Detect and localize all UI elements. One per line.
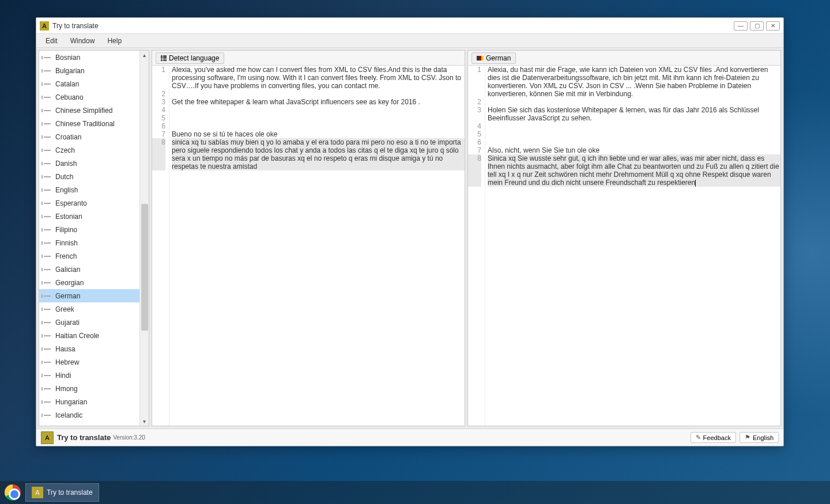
language-item-french[interactable]: French bbox=[39, 249, 149, 263]
language-item-hmong[interactable]: Hmong bbox=[39, 382, 149, 395]
sidebar-scrollbar[interactable]: ▴ ▾ bbox=[139, 51, 149, 426]
code-line[interactable] bbox=[488, 98, 780, 106]
app-icon: A bbox=[40, 21, 49, 31]
drag-handle-icon bbox=[44, 229, 51, 230]
language-label: Esperanto bbox=[55, 199, 87, 207]
language-item-haitian-creole[interactable]: Haitian Creole bbox=[39, 329, 149, 342]
menu-window[interactable]: Window bbox=[65, 36, 101, 46]
close-button[interactable]: ✕ bbox=[766, 21, 780, 31]
language-item-greek[interactable]: Greek bbox=[39, 302, 149, 316]
drag-handle-icon bbox=[44, 256, 51, 257]
language-item-hindi[interactable]: Hindi bbox=[39, 369, 149, 382]
status-title: Try to translate bbox=[57, 433, 111, 442]
language-label: Cebuano bbox=[55, 93, 84, 101]
detect-language-tag[interactable]: Detect language bbox=[156, 52, 224, 64]
language-item-croatian[interactable]: Croatian bbox=[39, 130, 149, 143]
language-item-hebrew[interactable]: Hebrew bbox=[39, 355, 149, 369]
language-item-english[interactable]: English bbox=[39, 183, 149, 196]
gutter-line bbox=[152, 74, 165, 82]
code-line[interactable]: Get the free whitepaper & learn what Jav… bbox=[172, 98, 465, 106]
drag-handle-icon bbox=[44, 216, 51, 217]
code-line[interactable]: Also, nicht, wenn Sie Sie tun ole oke bbox=[488, 146, 780, 154]
drag-handle-icon bbox=[44, 295, 51, 297]
code-line[interactable]: Alexia, you've asked me how can I conver… bbox=[172, 66, 465, 90]
gutter-line bbox=[468, 114, 481, 122]
drag-handle-icon bbox=[44, 348, 51, 350]
language-item-estonian[interactable]: Estonian bbox=[39, 210, 149, 223]
gutter-line bbox=[468, 170, 481, 179]
language-item-esperanto[interactable]: Esperanto bbox=[39, 196, 149, 210]
drag-handle-icon bbox=[44, 137, 51, 138]
gutter-line: 6 bbox=[152, 122, 165, 130]
statusbar: A Try to translate Version:3.20 Feedback… bbox=[36, 429, 783, 446]
menu-help[interactable]: Help bbox=[101, 36, 127, 46]
gutter-line bbox=[468, 90, 481, 98]
target-language-tag[interactable]: German bbox=[471, 52, 516, 64]
app-window: A Try to translate — ▢ ✕ Edit Window Hel… bbox=[36, 17, 784, 446]
language-label: Finnish bbox=[55, 239, 78, 247]
language-item-czech[interactable]: Czech bbox=[39, 143, 149, 157]
language-item-hungarian[interactable]: Hungarian bbox=[39, 395, 149, 408]
code-line[interactable] bbox=[172, 106, 465, 114]
code-line[interactable] bbox=[172, 90, 465, 98]
titlebar[interactable]: A Try to translate — ▢ ✕ bbox=[36, 18, 783, 34]
taskbar[interactable]: A Try to translate bbox=[0, 481, 830, 504]
language-item-bosnian[interactable]: Bosnian bbox=[39, 51, 149, 64]
taskbar-app-item[interactable]: A Try to translate bbox=[25, 483, 99, 502]
menu-edit[interactable]: Edit bbox=[40, 36, 63, 46]
code-line[interactable]: Alexia, du hast mir die Frage, wie kann … bbox=[488, 66, 780, 98]
language-label: Bosnian bbox=[55, 54, 80, 62]
code-line[interactable]: sinica xq tu sabías muy bien q yo lo ama… bbox=[172, 138, 465, 170]
language-item-georgian[interactable]: Georgian bbox=[39, 276, 149, 289]
language-item-dutch[interactable]: Dutch bbox=[39, 170, 149, 183]
language-item-galician[interactable]: Galician bbox=[39, 263, 149, 276]
chrome-taskbar-icon[interactable] bbox=[5, 484, 21, 501]
maximize-button[interactable]: ▢ bbox=[750, 21, 764, 31]
code-line[interactable] bbox=[172, 122, 465, 130]
drag-handle-icon bbox=[44, 84, 51, 85]
code-line[interactable]: Sinica xq Sie wusste sehr gut, q ich ihn… bbox=[488, 154, 780, 187]
drag-handle-icon bbox=[44, 97, 51, 98]
code-line[interactable] bbox=[488, 122, 780, 130]
gutter-line: 3 bbox=[152, 98, 165, 106]
scroll-up-icon[interactable]: ▴ bbox=[143, 52, 146, 58]
language-item-finnish[interactable]: Finnish bbox=[39, 236, 149, 249]
language-item-catalan[interactable]: Catalan bbox=[39, 77, 149, 90]
drag-handle-icon bbox=[44, 375, 51, 376]
drag-handle-icon bbox=[44, 110, 51, 111]
language-item-danish[interactable]: Danish bbox=[39, 157, 149, 170]
code-line[interactable] bbox=[172, 114, 465, 122]
taskbar-app-label: Try to translate bbox=[47, 488, 93, 497]
language-item-chinese-traditional[interactable]: Chinese Traditional bbox=[39, 117, 149, 130]
code-line[interactable] bbox=[488, 130, 780, 138]
scroll-down-icon[interactable]: ▾ bbox=[143, 418, 146, 425]
code-line[interactable] bbox=[488, 138, 780, 146]
language-item-icelandic[interactable]: Icelandic bbox=[39, 408, 149, 422]
scroll-thumb[interactable] bbox=[141, 204, 148, 331]
language-item-german[interactable]: German bbox=[39, 289, 149, 302]
language-item-gujarati[interactable]: Gujarati bbox=[39, 316, 149, 329]
feedback-button[interactable]: Feedback bbox=[691, 432, 736, 443]
target-editor[interactable]: 12345678 Alexia, du hast mir die Frage, … bbox=[468, 66, 780, 426]
language-item-bulgarian[interactable]: Bulgarian bbox=[39, 64, 149, 77]
code-line[interactable]: Bueno no se si tú te haces ole oke bbox=[172, 130, 465, 138]
ui-language-button[interactable]: English bbox=[740, 432, 779, 443]
language-label: Chinese Simplified bbox=[55, 107, 112, 115]
german-flag-icon bbox=[477, 56, 484, 60]
language-item-filipino[interactable]: Filipino bbox=[39, 223, 149, 236]
gutter-line: 7 bbox=[152, 130, 165, 138]
source-editor[interactable]: 12345678 Alexia, you've asked me how can… bbox=[152, 66, 465, 426]
gutter-line bbox=[468, 179, 481, 187]
language-label: Hausa bbox=[55, 345, 76, 353]
drag-handle-icon bbox=[44, 190, 51, 191]
language-label: Filipino bbox=[55, 226, 77, 234]
language-label: Czech bbox=[55, 146, 75, 154]
language-item-cebuano[interactable]: Cebuano bbox=[39, 90, 149, 104]
language-item-hausa[interactable]: Hausa bbox=[39, 342, 149, 355]
language-item-chinese-simplified[interactable]: Chinese Simplified bbox=[39, 104, 149, 117]
minimize-button[interactable]: — bbox=[734, 21, 748, 31]
window-title: Try to translate bbox=[52, 22, 99, 30]
gutter-line: 2 bbox=[468, 98, 481, 106]
code-line[interactable]: Holen Sie sich das kostenlose Whitepaper… bbox=[488, 106, 780, 122]
drag-handle-icon bbox=[44, 362, 51, 363]
